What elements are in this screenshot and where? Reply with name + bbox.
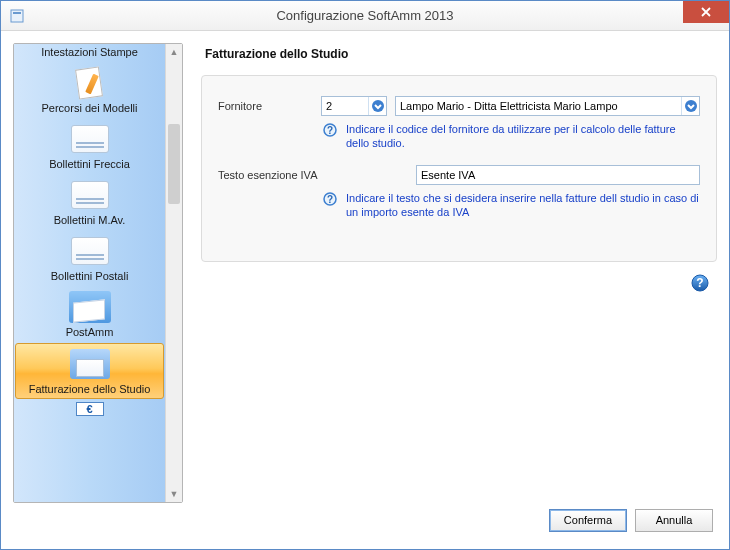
row-esenzione: Testo esenzione IVA (218, 165, 700, 185)
scroll-up-icon: ▲ (166, 44, 182, 60)
slip-icon (69, 122, 111, 156)
help-esenzione: ? Indicare il testo che si desidera inse… (322, 191, 700, 220)
chevron-down-icon (684, 99, 698, 113)
esenzione-input[interactable] (416, 165, 700, 185)
sidebar-item-bollettini-freccia[interactable]: Bollettini Freccia (14, 118, 165, 174)
sidebar-item-label: PostAmm (66, 326, 114, 338)
sidebar-item-bollettini-postali[interactable]: Bollettini Postali (14, 230, 165, 286)
sidebar-item-postamm[interactable]: PostAmm (14, 286, 165, 342)
help-icon: ? (322, 191, 338, 207)
help-button[interactable]: ? (690, 273, 710, 293)
form-container: Fornitore (201, 75, 717, 262)
svg-point-3 (685, 100, 697, 112)
fornitore-code-combo[interactable] (321, 96, 387, 116)
postamm-icon (69, 290, 111, 324)
sidebar-item-label: Intestazioni Stampe (41, 46, 138, 58)
sidebar-item-bollettini-mav[interactable]: Bollettini M.Av. (14, 174, 165, 230)
svg-text:?: ? (696, 276, 703, 290)
sidebar-container: Intestazioni Stampe Percorsi dei Modelli… (13, 43, 183, 503)
scroll-thumb[interactable] (168, 124, 180, 204)
sidebar-item-fatturazione-studio[interactable]: Fatturazione dello Studio (15, 343, 164, 399)
page-title: Fatturazione dello Studio (205, 47, 717, 61)
invoice-icon (69, 347, 111, 381)
svg-rect-1 (13, 12, 21, 14)
sidebar: Intestazioni Stampe Percorsi dei Modelli… (14, 44, 165, 502)
help-fornitore: ? Indicare il codice del fornitore da ut… (322, 122, 700, 151)
euro-icon: € (76, 402, 104, 416)
svg-text:?: ? (327, 193, 333, 204)
sidebar-item-label: Percorsi dei Modelli (42, 102, 138, 114)
sidebar-item-label: Fatturazione dello Studio (29, 383, 151, 395)
fornitore-name-dropdown-button[interactable] (681, 97, 699, 115)
dialog-footer: Conferma Annulla (13, 503, 717, 537)
cancel-button[interactable]: Annulla (635, 509, 713, 532)
svg-rect-0 (11, 10, 23, 22)
titlebar: Configurazione SoftAmm 2013 (1, 1, 729, 31)
sidebar-item-label: Bollettini Freccia (49, 158, 130, 170)
fornitore-code-input[interactable] (322, 97, 368, 115)
fornitore-code-dropdown-button[interactable] (368, 97, 386, 115)
slip-icon (69, 234, 111, 268)
help-icon: ? (691, 274, 709, 292)
help-icon: ? (322, 122, 338, 138)
close-icon (700, 6, 712, 18)
main-panel: Fatturazione dello Studio Fornitore (183, 43, 717, 503)
label-esenzione: Testo esenzione IVA (218, 169, 408, 181)
sidebar-item-label: Bollettini M.Av. (54, 214, 126, 226)
app-icon (9, 8, 25, 24)
client-area: Intestazioni Stampe Percorsi dei Modelli… (1, 31, 729, 549)
svg-text:?: ? (327, 125, 333, 136)
help-text-esenzione: Indicare il testo che si desidera inseri… (346, 191, 700, 220)
workarea: Intestazioni Stampe Percorsi dei Modelli… (13, 43, 717, 503)
close-button[interactable] (683, 1, 729, 23)
window-title: Configurazione SoftAmm 2013 (1, 8, 729, 23)
fornitore-name-input[interactable] (396, 97, 681, 115)
pencil-icon (69, 66, 111, 100)
sidebar-item-next[interactable]: € (14, 400, 165, 418)
configuration-window: Configurazione SoftAmm 2013 Intestazioni… (0, 0, 730, 550)
scroll-down-icon: ▼ (166, 486, 182, 502)
svg-point-2 (372, 100, 384, 112)
help-text-fornitore: Indicare il codice del fornitore da util… (346, 122, 700, 151)
label-fornitore: Fornitore (218, 100, 313, 112)
chevron-down-icon (371, 99, 385, 113)
sidebar-item-percorsi-modelli[interactable]: Percorsi dei Modelli (14, 62, 165, 118)
sidebar-item-intestazioni-stampe[interactable]: Intestazioni Stampe (14, 44, 165, 62)
fornitore-name-combo[interactable] (395, 96, 700, 116)
sidebar-item-label: Bollettini Postali (51, 270, 129, 282)
row-fornitore: Fornitore (218, 96, 700, 116)
sidebar-scrollbar[interactable]: ▲ ▼ (165, 44, 182, 502)
confirm-button[interactable]: Conferma (549, 509, 627, 532)
slip-icon (69, 178, 111, 212)
